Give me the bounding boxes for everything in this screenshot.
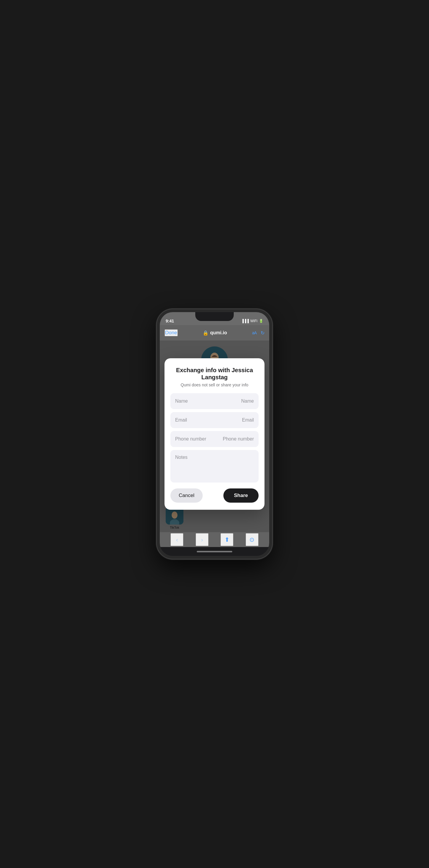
main-content: TikTok Exchange info with Jessica Langst… — [160, 341, 269, 532]
share-toolbar-button[interactable]: ⬆ — [220, 533, 234, 546]
url-text: qumi.io — [210, 330, 227, 336]
phone-value: Phone number — [223, 436, 254, 442]
back-button[interactable]: ‹ — [171, 533, 183, 546]
browser-actions: aA ↻ — [252, 330, 265, 336]
modal-overlay: Exchange info with Jessica Langstag Qumi… — [160, 341, 269, 532]
exchange-info-modal: Exchange info with Jessica Langstag Qumi… — [164, 358, 265, 510]
email-field[interactable]: Email Email — [171, 412, 258, 428]
browser-toolbar: ‹ › ⬆ ⊙ — [160, 532, 269, 547]
phone-placeholder: Phone number — [175, 436, 206, 442]
form-fields: Name Name Email Email Phone number Phone… — [171, 393, 258, 483]
lock-icon: 🔒 — [203, 330, 209, 336]
refresh-button[interactable]: ↻ — [261, 330, 265, 336]
bookmarks-button[interactable]: ⊙ — [246, 533, 258, 546]
cancel-button[interactable]: Cancel — [171, 489, 203, 503]
email-value: Email — [242, 417, 254, 423]
forward-button[interactable]: › — [195, 533, 209, 546]
modal-subtitle: Qumi does not sell or share your info — [171, 382, 258, 387]
phone-number-field[interactable]: Phone number Phone number — [171, 431, 258, 447]
text-size-button[interactable]: aA — [252, 331, 256, 335]
modal-title: Exchange info with Jessica Langstag — [171, 367, 258, 381]
done-button[interactable]: Done — [164, 329, 178, 336]
home-indicator — [160, 547, 269, 556]
modal-actions: Cancel Share — [171, 489, 258, 503]
browser-url-bar: 🔒 qumi.io — [203, 330, 227, 336]
share-button[interactable]: Share — [223, 489, 258, 503]
phone-notch — [195, 312, 234, 321]
name-value: Name — [241, 399, 254, 404]
notes-placeholder: Notes — [175, 455, 188, 460]
phone-frame: 9:41 ▐▐▐ WiFi 🔋 Done 🔒 qumi.io aA ↻ — [157, 309, 272, 559]
notes-field[interactable]: Notes — [171, 450, 258, 483]
name-placeholder: Name — [175, 399, 188, 404]
name-field[interactable]: Name Name — [171, 393, 258, 409]
browser-bar: Done 🔒 qumi.io aA ↻ — [160, 325, 269, 341]
home-bar — [197, 551, 232, 552]
email-placeholder: Email — [175, 417, 187, 423]
